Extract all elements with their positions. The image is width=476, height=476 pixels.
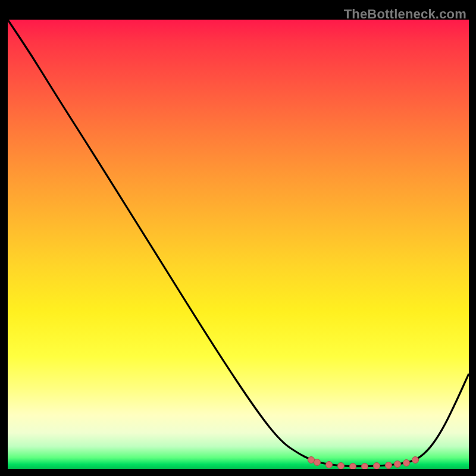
- marker-dot: [386, 462, 392, 469]
- marker-dot: [308, 457, 315, 464]
- marker-dot: [338, 463, 345, 469]
- marker-dot: [403, 460, 410, 466]
- marker-dot: [350, 464, 356, 469]
- watermark-label: TheBottleneck.com: [344, 7, 466, 22]
- plot-area: [8, 20, 469, 469]
- marker-dot: [412, 457, 419, 464]
- chart-frame: TheBottleneck.com: [8, 8, 469, 469]
- marker-dot: [374, 463, 380, 469]
- bottleneck-curve: [8, 20, 469, 466]
- curve-svg: [8, 20, 469, 469]
- marker-dot: [314, 459, 321, 466]
- marker-dot: [394, 461, 401, 468]
- marker-dot: [362, 464, 368, 469]
- marker-dot: [326, 462, 333, 468]
